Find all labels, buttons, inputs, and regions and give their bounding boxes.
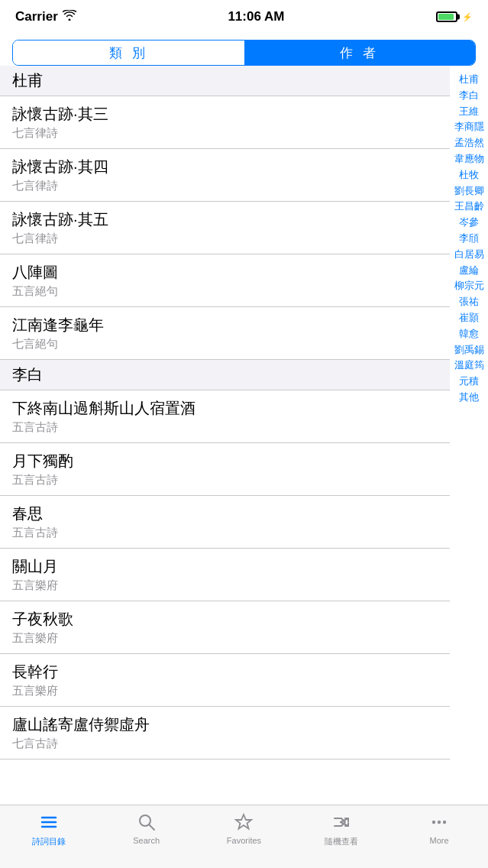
index-item[interactable]: 岑參 <box>459 215 479 231</box>
index-item[interactable]: 白居易 <box>454 247 484 263</box>
list-item-title: 子夜秋歌 <box>12 609 438 630</box>
index-item[interactable]: 李商隱 <box>454 119 484 135</box>
status-bar: Carrier 11:06 AM ⚡ <box>0 0 488 34</box>
list-item[interactable]: 關山月五言樂府 <box>0 549 450 601</box>
tab-random[interactable]: 隨機查看 <box>292 811 390 847</box>
battery-icon <box>436 11 457 22</box>
segment-category[interactable]: 類 別 <box>13 40 244 65</box>
list-item-title: 關山月 <box>12 556 438 577</box>
more-icon <box>428 811 450 833</box>
tab-search-label: Search <box>133 836 160 845</box>
section-header-0: 杜甫 <box>0 66 450 96</box>
list-item[interactable]: 詠懷古跡·其四七言律詩 <box>0 149 450 202</box>
shuffle-icon <box>331 811 352 833</box>
list-item[interactable]: 廬山謠寄盧侍禦虛舟七言古詩 <box>0 707 450 760</box>
list-item-subtitle: 五言古詩 <box>12 473 438 487</box>
tab-bar: 詩詞目錄 Search Favorites 隨機查看 <box>0 805 488 868</box>
right-index[interactable]: 杜甫李白王維李商隱孟浩然韋應物杜牧劉長卿王昌齡岑參李頎白居易盧綸柳宗元張祐崔顥韓… <box>450 66 488 412</box>
wifi-icon <box>63 9 76 24</box>
segment-author[interactable]: 作 者 <box>244 40 476 65</box>
list-item[interactable]: 八陣圖五言絕句 <box>0 254 450 307</box>
tab-search[interactable]: Search <box>98 811 196 845</box>
battery-indicator: ⚡ <box>436 11 473 22</box>
index-item[interactable]: 王維 <box>459 104 479 120</box>
list-item-title: 長幹行 <box>12 662 438 682</box>
index-item[interactable]: 韋應物 <box>454 151 484 167</box>
list-item-subtitle: 五言絕句 <box>12 284 438 299</box>
list-item[interactable]: 月下獨酌五言古詩 <box>0 443 450 496</box>
list-item[interactable]: 下終南山過斛斯山人宿置酒五言古詩 <box>0 390 450 443</box>
list-item-title: 江南逢李龜年 <box>12 315 438 335</box>
index-item[interactable]: 劉長卿 <box>454 183 484 199</box>
carrier-label: Carrier <box>15 9 76 24</box>
tab-more-label: More <box>430 836 449 845</box>
index-item[interactable]: 杜牧 <box>459 167 479 183</box>
list-item-title: 月下獨酌 <box>12 451 438 471</box>
index-item[interactable]: 張祐 <box>459 294 479 310</box>
list-item-subtitle: 五言古詩 <box>12 420 438 435</box>
index-item[interactable]: 劉禹錫 <box>454 342 484 358</box>
list-item-title: 詠懷古跡·其五 <box>12 209 438 230</box>
charging-icon: ⚡ <box>462 12 473 22</box>
search-icon <box>136 811 157 833</box>
list-item-title: 詠懷古跡·其四 <box>12 157 438 177</box>
svg-line-4 <box>149 824 154 830</box>
list-item-title: 八陣圖 <box>12 262 438 283</box>
index-item[interactable]: 崔顥 <box>459 310 479 326</box>
svg-point-8 <box>432 821 435 824</box>
index-item[interactable]: 王昌齡 <box>454 199 484 215</box>
list-item[interactable]: 詠懷古跡·其三七言律詩 <box>0 96 450 149</box>
list-item-subtitle: 五言樂府 <box>12 578 438 593</box>
index-item[interactable]: 元積 <box>459 374 479 390</box>
list-item-subtitle: 五言樂府 <box>12 684 438 698</box>
svg-point-10 <box>443 821 446 824</box>
index-item[interactable]: 李頎 <box>459 231 479 247</box>
index-item[interactable]: 李白 <box>459 88 479 104</box>
list-item[interactable]: 江南逢李龜年七言絕句 <box>0 307 450 360</box>
list-item[interactable]: 子夜秋歌五言樂府 <box>0 601 450 654</box>
star-icon <box>233 811 254 833</box>
list-item-title: 詠懷古跡·其三 <box>12 104 438 125</box>
list-item-subtitle: 七言律詩 <box>12 126 438 141</box>
tab-favorites[interactable]: Favorites <box>196 811 293 845</box>
list-item-subtitle: 五言古詩 <box>12 526 438 540</box>
segment-control[interactable]: 類 別 作 者 <box>12 40 476 66</box>
index-item[interactable]: 盧綸 <box>459 263 479 279</box>
tab-random-label: 隨機查看 <box>325 836 358 847</box>
index-item[interactable]: 其他 <box>459 390 479 406</box>
tab-favorites-label: Favorites <box>227 836 261 845</box>
list-item[interactable]: 詠懷古跡·其五七言律詩 <box>0 202 450 254</box>
list-item-subtitle: 七言律詩 <box>12 179 438 193</box>
list-item-subtitle: 七言古詩 <box>12 737 438 751</box>
list-item-subtitle: 七言律詩 <box>12 232 438 246</box>
list-item[interactable]: 長幹行五言樂府 <box>0 654 450 707</box>
list-item-title: 廬山謠寄盧侍禦虛舟 <box>12 714 438 735</box>
list-item-title: 春思 <box>12 504 438 524</box>
list-item[interactable]: 春思五言古詩 <box>0 496 450 549</box>
tab-more[interactable]: More <box>390 811 488 845</box>
list-icon <box>38 811 60 833</box>
svg-marker-5 <box>236 815 251 829</box>
main-list[interactable]: 杜甫詠懷古跡·其三七言律詩詠懷古跡·其四七言律詩詠懷古跡·其五七言律詩八陣圖五言… <box>0 66 488 824</box>
index-item[interactable]: 杜甫 <box>459 72 479 88</box>
list-item-subtitle: 五言樂府 <box>12 631 438 646</box>
list-item-title: 下終南山過斛斯山人宿置酒 <box>12 398 438 419</box>
tab-catalog[interactable]: 詩詞目錄 <box>0 811 98 847</box>
tab-catalog-label: 詩詞目錄 <box>32 836 66 847</box>
index-item[interactable]: 柳宗元 <box>454 278 484 294</box>
index-item[interactable]: 韓愈 <box>459 326 479 342</box>
content-area: 杜甫詠懷古跡·其三七言律詩詠懷古跡·其四七言律詩詠懷古跡·其五七言律詩八陣圖五言… <box>0 66 488 824</box>
time-label: 11:06 AM <box>228 9 284 24</box>
svg-point-9 <box>438 821 441 824</box>
section-header-1: 李白 <box>0 360 450 390</box>
index-item[interactable]: 孟浩然 <box>454 135 484 151</box>
list-item-subtitle: 七言絕句 <box>12 337 438 351</box>
index-item[interactable]: 溫庭筠 <box>454 358 484 374</box>
